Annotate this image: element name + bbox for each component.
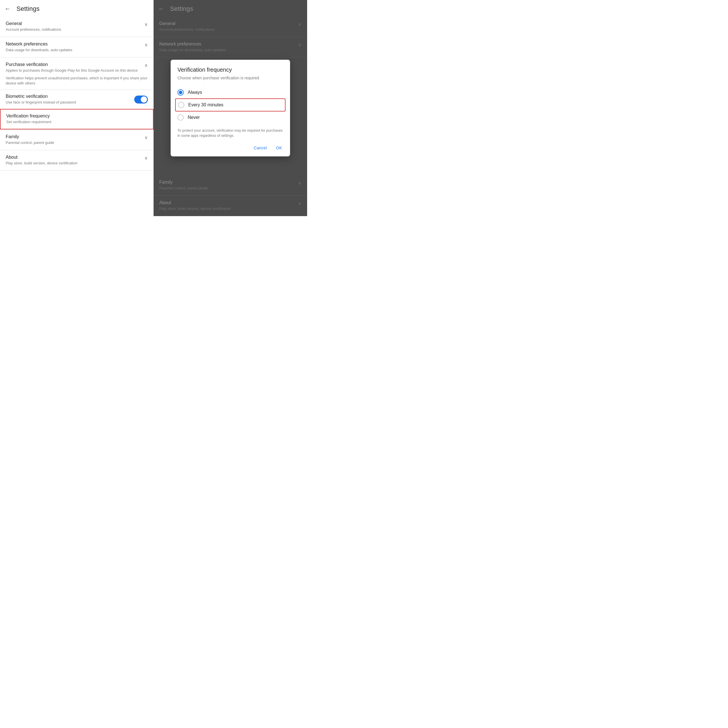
radio-never-label: Never — [188, 115, 200, 120]
dialog-cancel-button[interactable]: Cancel — [252, 144, 268, 152]
chevron-down-icon: ∨ — [144, 135, 148, 140]
dialog-ok-button[interactable]: OK — [275, 144, 283, 152]
radio-always-circle — [177, 89, 184, 96]
dialog-title: Verification frequency — [177, 67, 283, 73]
left-about-title: About — [6, 155, 144, 160]
radio-always-label: Always — [188, 90, 202, 95]
dialog-overlay: Verification frequency Choose when purch… — [154, 0, 307, 216]
left-biometric-title: Biometric verification — [6, 94, 134, 99]
left-verification-freq-row[interactable]: Verification frequency Set verification … — [0, 109, 154, 129]
left-purchase-subtitle: Applies to purchases through Google Play… — [6, 68, 144, 73]
radio-always-option[interactable]: Always — [177, 86, 283, 98]
chevron-down-icon: ∨ — [144, 155, 148, 161]
left-header: ← Settings — [0, 0, 154, 17]
radio-never-circle — [177, 114, 184, 121]
biometric-toggle[interactable] — [134, 96, 148, 104]
verification-frequency-dialog: Verification frequency Choose when purch… — [171, 60, 290, 157]
dialog-note: To protect your account, verification ma… — [177, 128, 283, 138]
dialog-subtitle: Choose when purchase verification is req… — [177, 75, 283, 81]
chevron-down-icon: ∨ — [144, 21, 148, 27]
left-family-item[interactable]: Family Parental control, parent guide ∨ — [0, 130, 154, 150]
radio-every30-option[interactable]: Every 30 minutes — [175, 98, 286, 112]
left-family-subtitle: Parental control, parent guide — [6, 140, 144, 145]
left-settings-list: General Account preferences, notificatio… — [0, 17, 154, 171]
left-biometric-subtitle: Use face or fingerprint instead of passw… — [6, 100, 134, 105]
right-settings-panel: ← Settings General Account preferences, … — [154, 0, 307, 216]
chevron-down-icon: ∨ — [144, 42, 148, 47]
left-general-item[interactable]: General Account preferences, notificatio… — [0, 17, 154, 37]
left-settings-panel: ← Settings General Account preferences, … — [0, 0, 154, 216]
dialog-actions: Cancel OK — [177, 143, 283, 152]
left-purchase-title: Purchase verification — [6, 62, 144, 67]
left-purchase-desc: Verification helps prevent unauthorized … — [0, 76, 154, 90]
toggle-knob — [141, 96, 147, 102]
chevron-up-icon: ∧ — [144, 63, 148, 68]
left-family-title: Family — [6, 134, 144, 139]
left-network-item[interactable]: Network preferences Data usage for downl… — [0, 37, 154, 57]
left-biometric-row[interactable]: Biometric verification Use face or finge… — [0, 90, 154, 109]
left-purchase-section: Purchase verification Applies to purchas… — [0, 57, 154, 129]
left-verif-freq-title: Verification frequency — [6, 113, 147, 119]
left-about-subtitle: Play store, build version, device certif… — [6, 161, 144, 166]
left-general-subtitle: Account preferences, notifications — [6, 27, 144, 32]
left-about-item[interactable]: About Play store, build version, device … — [0, 150, 154, 171]
left-general-title: General — [6, 21, 144, 26]
left-verif-freq-subtitle: Set verification requirement — [6, 119, 147, 125]
left-network-title: Network preferences — [6, 41, 144, 47]
radio-every30-circle — [178, 102, 184, 108]
left-settings-title: Settings — [17, 5, 40, 12]
left-network-subtitle: Data usage for downloads, auto-updates — [6, 47, 144, 53]
radio-never-option[interactable]: Never — [177, 112, 283, 124]
left-back-button[interactable]: ← — [5, 6, 11, 12]
radio-every30-label: Every 30 minutes — [188, 102, 223, 107]
